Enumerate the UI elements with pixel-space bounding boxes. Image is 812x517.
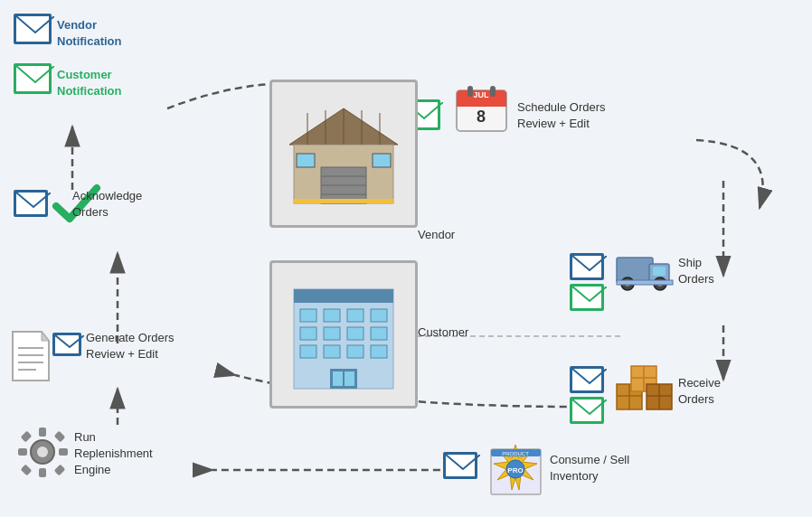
consume-sell-envelope: [443, 452, 477, 479]
receive-orders-envelope-green: [570, 397, 604, 424]
svg-rect-69: [18, 448, 27, 456]
vendor-building-svg: [280, 90, 407, 217]
schedule-orders-label: Schedule Orders Review + Edit: [517, 99, 606, 132]
truck-icon: [615, 244, 674, 294]
svg-rect-35: [300, 345, 316, 358]
svg-text:PRODUCT: PRODUCT: [502, 451, 529, 456]
vendor-notification-group: Vendor Notification: [14, 14, 122, 50]
product-icon: PRO PRODUCT: [486, 440, 545, 499]
svg-rect-73: [21, 465, 33, 476]
vendor-notification-label: Vendor Notification: [57, 17, 122, 50]
svg-rect-70: [59, 448, 68, 456]
svg-rect-38: [371, 345, 387, 358]
run-replenishment-label: Run Replenishment Engine: [74, 429, 153, 479]
ship-orders-envelope-green: [570, 284, 604, 311]
svg-rect-41: [345, 371, 354, 386]
svg-rect-37: [347, 345, 364, 358]
customer-notification-label: Customer Notification: [57, 67, 122, 99]
calendar-icon: JUL 8: [452, 77, 511, 136]
receive-orders-label: Receive Orders: [678, 375, 721, 408]
svg-rect-8: [467, 86, 473, 97]
svg-rect-36: [324, 345, 340, 358]
ship-orders-label: Ship Orders: [678, 255, 714, 287]
svg-rect-74: [54, 465, 66, 476]
customer-building-container: [269, 260, 418, 409]
vendor-notification-envelope: [14, 14, 52, 44]
svg-rect-40: [333, 371, 343, 386]
truck-icon-container: [615, 244, 674, 297]
svg-marker-60: [42, 332, 49, 341]
svg-rect-67: [39, 428, 46, 437]
customer-label: Customer: [418, 325, 468, 339]
consume-sell-label: Consume / Sell Inventory: [550, 452, 629, 484]
doc-icon: [9, 330, 52, 382]
svg-rect-42: [617, 258, 653, 283]
svg-rect-24: [294, 199, 393, 203]
receive-orders-envelope-stack: [570, 366, 604, 424]
svg-rect-31: [300, 327, 316, 340]
svg-text:8: 8: [477, 108, 486, 126]
svg-rect-72: [54, 431, 66, 443]
svg-rect-22: [297, 154, 315, 167]
generate-orders-envelope: [52, 333, 81, 356]
ship-orders-envelope-stack: [570, 253, 604, 311]
svg-rect-23: [373, 154, 391, 167]
svg-point-66: [37, 446, 48, 457]
generate-orders-label: Generate Orders Review + Edit: [86, 330, 175, 362]
customer-building-svg: [280, 271, 407, 398]
acknowledge-orders-label: Acknowledge Orders: [72, 188, 142, 221]
boxes-icon: [615, 362, 674, 411]
customer-notification-group: Customer Notification: [14, 63, 122, 99]
svg-rect-34: [371, 327, 387, 340]
gear-icon-container: [14, 423, 72, 485]
svg-rect-68: [39, 468, 46, 477]
svg-rect-29: [347, 309, 364, 322]
svg-rect-33: [347, 327, 364, 340]
svg-rect-32: [324, 327, 340, 340]
vendor-building-container: [269, 80, 418, 228]
svg-rect-9: [490, 86, 496, 97]
svg-rect-44: [653, 267, 666, 276]
ship-orders-envelope-blue: [570, 253, 604, 280]
svg-rect-30: [371, 309, 387, 322]
customer-notification-envelope: [14, 63, 52, 94]
workflow-diagram: Vendor Notification Customer Notificatio…: [0, 0, 812, 517]
boxes-icon-container: [615, 362, 674, 415]
svg-rect-27: [300, 309, 316, 322]
vendor-label: Vendor: [418, 228, 455, 241]
svg-rect-26: [294, 289, 393, 303]
receive-orders-envelope-blue: [570, 366, 604, 393]
svg-rect-49: [617, 280, 673, 285]
product-icon-container: PRO PRODUCT: [486, 440, 545, 503]
svg-rect-28: [324, 309, 340, 322]
doc-icon-container: [9, 330, 52, 386]
svg-text:JUL: JUL: [473, 90, 489, 99]
svg-rect-6: [457, 99, 506, 107]
svg-rect-71: [21, 431, 33, 443]
calendar-icon-container: JUL 8: [452, 77, 511, 139]
svg-text:PRO: PRO: [507, 466, 523, 475]
gear-icon: [14, 423, 72, 482]
acknowledge-orders-envelope: [14, 190, 48, 217]
